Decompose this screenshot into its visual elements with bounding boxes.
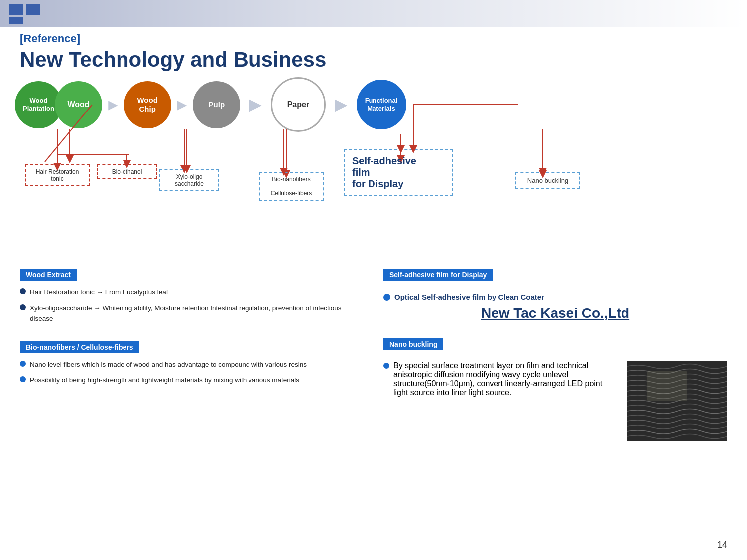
wood-extract-item-1: Hair Restoration tonic → From Eucalyptus… — [20, 287, 364, 298]
box-bio-ethanol: Bio-ethanol — [97, 164, 157, 179]
reference-label: [Reference] — [20, 32, 727, 45]
self-adhesive-content: Optical Self-adhesive film by Clean Coat… — [383, 293, 727, 321]
node-wood-chip: WoodChip — [124, 81, 171, 128]
badge-nano-buckling: Nano buckling — [383, 338, 443, 350]
bio-nano-content: Nano level fibers which is made of wood … — [20, 359, 364, 386]
nano-image — [627, 361, 727, 441]
badge-bio-nano: Bio-nanofibers / Cellulose-fibers — [20, 341, 139, 353]
box-nano-buckling: Nano buckling — [515, 172, 580, 189]
node-functional: FunctionalMaterials — [357, 80, 406, 129]
section-wood-extract: Wood Extract Hair Restoration tonic → Fr… — [20, 269, 364, 324]
svg-rect-8 — [647, 371, 687, 401]
deco-rect-3 — [9, 17, 23, 24]
optical-dot — [383, 294, 390, 301]
wood-extract-item-2: Xylo-oligosaccharide → Whitening ability… — [20, 303, 364, 324]
col-left: Wood Extract Hair Restoration tonic → Fr… — [20, 269, 364, 458]
top-bar — [0, 0, 747, 27]
box-hair-restoration: Hair Restorationtonic — [25, 164, 90, 186]
badge-wood-extract: Wood Extract — [20, 269, 77, 281]
deco-rect-2 — [26, 4, 40, 15]
badge-self-adhesive: Self-adhesive film for Display — [383, 269, 493, 281]
main-title: New Technology and Business — [20, 48, 727, 72]
nano-item: By special surface treatment layer on fi… — [383, 361, 618, 397]
section-bio-nano: Bio-nanofibers / Cellulose-fibers Nano l… — [20, 341, 364, 386]
nano-buckling-content: By special surface treatment layer on fi… — [383, 361, 727, 441]
node-wrap-functional: FunctionalMaterials — [357, 80, 406, 129]
bullet-dot-4 — [20, 376, 26, 382]
diagram: WoodPlantation Wood ► WoodChip ► Pulp ► … — [15, 77, 732, 266]
bio-nano-text-2: Possibility of being high-strength and l… — [30, 375, 299, 386]
optical-label: Optical Self-adhesive film by Clean Coat… — [394, 293, 544, 301]
bio-nano-text-1: Nano level fibers which is made of wood … — [30, 359, 307, 370]
col-right: Self-adhesive film for Display Optical S… — [383, 269, 727, 458]
bullet-dot-5 — [383, 363, 389, 369]
box-bio-nanofibers: Bio-nanofibersCellulose-fibers — [259, 172, 324, 201]
box-xylo-oligo: Xylo-oligosaccharide — [159, 169, 219, 191]
company-name: New Tac Kasei Co.,Ltd — [383, 305, 727, 321]
wood-extract-text-2: Xylo-oligosaccharide → Whitening ability… — [30, 303, 364, 324]
node-wrap-chip: WoodChip — [124, 81, 171, 128]
bullet-dot-3 — [20, 361, 26, 367]
node-wrap-paper: Paper — [271, 77, 326, 132]
arrow-3: ► — [245, 93, 266, 116]
nano-text-wrap: By special surface treatment layer on fi… — [383, 361, 618, 402]
deco-rect-1 — [9, 4, 23, 15]
header: [Reference] New Technology and Business — [20, 27, 727, 72]
node-wrap-pulp: Pulp — [193, 81, 240, 128]
section-nano-buckling: Nano buckling By special surface treatme… — [383, 338, 727, 441]
wood-extract-content: Hair Restoration tonic → From Eucalyptus… — [20, 287, 364, 324]
section-self-adhesive: Self-adhesive film for Display Optical S… — [383, 269, 727, 321]
arrow-4: ► — [331, 93, 352, 116]
node-pulp: Pulp — [193, 81, 240, 128]
bottom-section: Wood Extract Hair Restoration tonic → Fr… — [20, 269, 727, 458]
bio-nano-item-2: Possibility of being high-strength and l… — [20, 375, 364, 386]
nano-row: By special surface treatment layer on fi… — [383, 361, 727, 441]
node-paper: Paper — [271, 77, 326, 132]
wood-group: WoodPlantation Wood — [15, 81, 102, 128]
bullet-dot-2 — [20, 304, 26, 310]
optical-row: Optical Self-adhesive film by Clean Coat… — [383, 293, 727, 301]
nodes-row: WoodPlantation Wood ► WoodChip ► Pulp ► … — [15, 77, 732, 132]
arrow-2: ► — [174, 96, 190, 114]
page-number: 14 — [717, 540, 727, 550]
bullet-dot-1 — [20, 288, 26, 294]
nano-description: By special surface treatment layer on fi… — [393, 361, 618, 397]
node-wood: Wood — [55, 81, 102, 128]
bottom-columns: Wood Extract Hair Restoration tonic → Fr… — [20, 269, 727, 458]
nano-image-svg — [627, 361, 727, 441]
arrow-1: ► — [105, 96, 121, 114]
box-self-adhesive: Self-adhesivefilmfor Display — [344, 149, 453, 196]
wood-extract-text-1: Hair Restoration tonic → From Eucalyptus… — [30, 287, 168, 298]
bio-nano-item-1: Nano level fibers which is made of wood … — [20, 359, 364, 370]
